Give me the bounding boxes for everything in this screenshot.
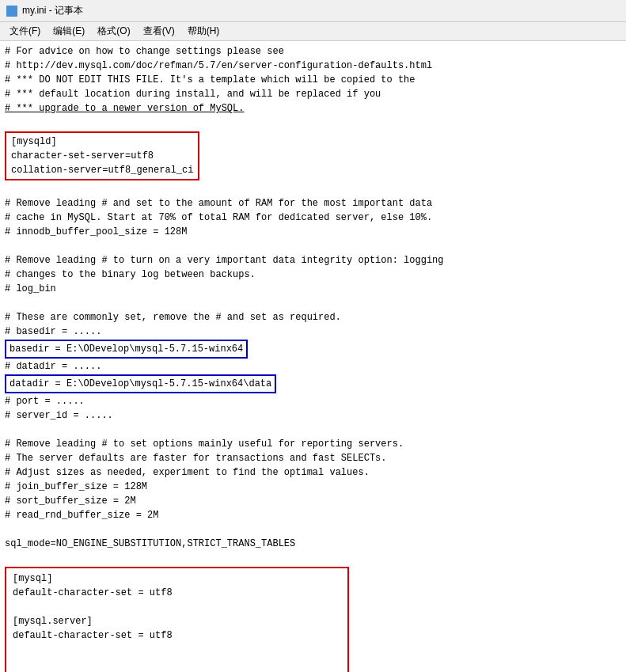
- menu-file[interactable]: 文件(F): [3, 23, 47, 40]
- menu-view[interactable]: 查看(V): [137, 23, 181, 40]
- basedir-box: basedir = E:\ODevelop\mysql-5.7.15-winx6…: [5, 340, 248, 359]
- mysql-charset: default-character-set = utf8: [13, 586, 341, 600]
- comment-reporting-3: # Adjust sizes as needed, experiment to …: [5, 465, 621, 480]
- mysql-server-charset: default-character-set = utf8: [13, 628, 341, 643]
- window-title: my.ini - 记事本: [22, 4, 83, 17]
- comment-logbin: # log_bin: [5, 282, 621, 296]
- menu-edit[interactable]: 编辑(E): [47, 23, 91, 40]
- mysql-header: [mysql]: [13, 571, 341, 586]
- line-blank-4: [5, 296, 621, 310]
- comment-reporting-2: # The server defaults are faster for tra…: [5, 451, 621, 465]
- app-icon: [6, 6, 17, 17]
- line-2: # http://dev.mysql.com/doc/refman/5.7/en…: [5, 59, 621, 73]
- line-blank-8: [13, 600, 341, 614]
- comment-serverid: # server_id = .....: [5, 408, 621, 423]
- comment-port: # port = .....: [5, 394, 621, 408]
- menu-format[interactable]: 格式(O): [91, 23, 136, 40]
- comment-innodb: # innodb_buffer_pool_size = 128M: [5, 225, 621, 239]
- mysqld-header: [mysqld]: [11, 135, 193, 149]
- mysqld-collation: collation-server=utf8_general_ci: [11, 163, 193, 177]
- line-blank-7: [5, 551, 621, 565]
- sql-mode: sql_mode=NO_ENGINE_SUBSTITUTION,STRICT_T…: [5, 537, 621, 551]
- line-blank-5: [5, 423, 621, 437]
- comment-logging-1: # Remove leading # to turn on a very imp…: [5, 253, 621, 268]
- line-blank-10: [13, 657, 341, 671]
- line-3: # *** DO NOT EDIT THIS FILE. It's a temp…: [5, 73, 621, 87]
- line-1: # For advice on how to change settings p…: [5, 44, 621, 59]
- line-5: # *** upgrade to a newer version of MySQ…: [5, 101, 621, 116]
- line-4: # *** default location during install, a…: [5, 87, 621, 101]
- basedir-value: basedir = E:\ODevelop\mysql-5.7.15-winx6…: [9, 342, 243, 356]
- line-blank-9: [13, 643, 341, 657]
- comment-logging-2: # changes to the binary log between back…: [5, 268, 621, 282]
- comment-datadir: # datadir = .....xx: [5, 359, 621, 374]
- comment-commonly: # These are commonly set, remove the # a…: [5, 310, 621, 325]
- mysql-server-header: [mysql.server]: [13, 614, 341, 628]
- line-blank-3: [5, 239, 621, 253]
- comment-join: # join_buffer_size = 128M: [5, 480, 621, 494]
- comment-ram-1: # Remove leading # and set to the amount…: [5, 196, 621, 211]
- line-blank-1: [5, 116, 621, 130]
- title-bar: my.ini - 记事本: [0, 0, 626, 22]
- comment-rnd: # read_rnd_buffer_size = 2M: [5, 508, 621, 522]
- comment-sort: # sort_buffer_size = 2M: [5, 494, 621, 508]
- mysqld-section-box: [mysqld] character-set-server=utf8 colla…: [5, 131, 199, 180]
- text-editor-content[interactable]: # For advice on how to change settings p…: [0, 41, 626, 672]
- line-blank-2: [5, 182, 621, 196]
- line-blank-6: [5, 522, 621, 537]
- comment-ram-2: # cache in MySQL. Start at 70% of total …: [5, 211, 621, 225]
- menu-bar: 文件(F) 编辑(E) 格式(O) 查看(V) 帮助(H): [0, 22, 626, 41]
- mysqld-charset: character-set-server=utf8: [11, 149, 193, 163]
- mysql-client-section-box: [mysql] default-character-set = utf8 [my…: [5, 567, 349, 672]
- comment-basedir: # basedir = .....: [5, 325, 621, 339]
- comment-reporting-1: # Remove leading # to set options mainly…: [5, 437, 621, 451]
- datadir-value: datadir = E:\ODevelop\mysql-5.7.15-winx6…: [9, 377, 271, 391]
- datadir-box: datadir = E:\ODevelop\mysql-5.7.15-winx6…: [5, 374, 276, 393]
- menu-help[interactable]: 帮助(H): [181, 23, 226, 40]
